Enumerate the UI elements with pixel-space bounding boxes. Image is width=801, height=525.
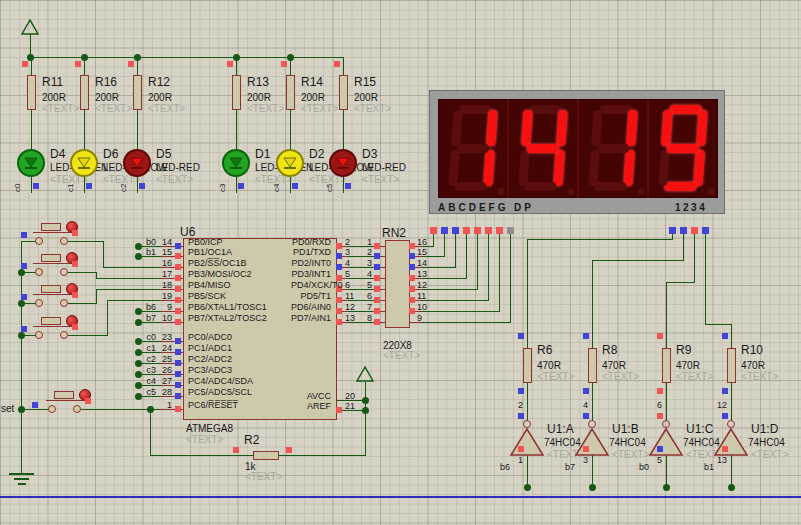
junction-dot: [589, 484, 596, 491]
net-label: b1: [116, 247, 156, 257]
pin-state-square: [227, 61, 233, 67]
pin-state-square: [292, 183, 298, 189]
pin-name: PB6/XTAL1/TOSC1: [188, 302, 267, 312]
wire: [477, 234, 478, 290]
pin-state-square: [374, 297, 380, 303]
digit-segment-g: [667, 144, 700, 153]
pin-state-square: [657, 413, 663, 419]
pin-state-square: [374, 275, 380, 281]
inverter-ref: U1:C: [686, 423, 713, 435]
display-cell-divider: [647, 99, 649, 198]
net-label: c2: [116, 354, 156, 364]
wire: [422, 300, 489, 301]
pin-state-square: [345, 183, 351, 189]
pin-state-square: [409, 264, 415, 270]
resistor-value: 470R: [676, 360, 700, 371]
inverter-placeholder: <TEXT>: [751, 449, 788, 460]
junction-dot: [362, 407, 369, 414]
pin-state-square: [583, 413, 589, 419]
wire: [466, 234, 467, 279]
wire: [666, 333, 667, 349]
push-button-plunger: [41, 223, 61, 231]
wire: [278, 455, 366, 456]
display-cell-divider: [577, 99, 579, 198]
wire: [236, 57, 237, 76]
display-segment-labels: ABCDEFG: [438, 202, 508, 213]
wire: [343, 177, 344, 193]
pin-state-square: [175, 308, 181, 314]
wire: [731, 382, 732, 421]
resistor-value: 470R: [602, 360, 626, 371]
led-ref: D5: [156, 148, 171, 160]
net-label: b7: [565, 462, 575, 472]
wire: [150, 409, 151, 456]
display-cell-divider: [507, 99, 509, 198]
pin-number: 12: [687, 400, 727, 410]
digit-segment-d: [664, 182, 697, 191]
push-button-terminal: [35, 331, 43, 339]
pin-state-square: [722, 446, 728, 452]
led-red-icon: [122, 148, 152, 178]
pin-state-square: [128, 61, 134, 67]
resistor-placeholder: <TEXT>: [741, 371, 778, 382]
resistor-body: [727, 348, 736, 383]
led-ref: D1: [255, 148, 270, 160]
led-green-icon: [221, 148, 251, 178]
digit-segment-f: [591, 110, 603, 146]
resistor-network-ref: RN2: [382, 227, 406, 239]
pin-number: 4: [548, 400, 588, 410]
resistor-placeholder: <TEXT>: [301, 103, 338, 114]
wire: [527, 333, 528, 349]
resistor-body: [27, 75, 36, 110]
resistor-body: [662, 348, 671, 383]
wire: [84, 57, 85, 76]
pin-number: 19: [132, 291, 172, 301]
pin-state-square: [409, 286, 415, 292]
resistor-value: 200R: [301, 92, 325, 103]
pin-name: PB2/S̅S̅/OC1B: [188, 258, 247, 268]
digit-segment-d: [524, 182, 557, 191]
pin-state-square: [175, 406, 181, 412]
pin-state-square: [336, 407, 342, 413]
pin-name: PB0/ICP: [188, 237, 223, 247]
pin-number: 2: [483, 400, 523, 410]
pin-name: PD5/T1: [291, 291, 331, 301]
pin-name: PB5/SCK: [188, 291, 226, 301]
pin-state-square: [518, 388, 524, 394]
pin-state-square: [286, 447, 292, 453]
pin-state-square: [175, 297, 181, 303]
wire: [31, 110, 32, 151]
wire: [683, 234, 684, 261]
pin-name: PC6/R̅E̅S̅E̅T̅: [188, 400, 238, 410]
wire: [21, 241, 36, 242]
pin-state-square: [175, 360, 181, 366]
pin-number: 6: [622, 400, 662, 410]
pin-name: PC5/ADC5/SCL: [188, 387, 252, 397]
push-button-terminal: [35, 268, 43, 276]
pullup-resistor-body: [253, 451, 279, 460]
resistor-body: [588, 348, 597, 383]
digit-segment-g: [527, 144, 560, 153]
wire: [33, 294, 70, 295]
pin-state-square: [374, 253, 380, 259]
resistor-placeholder: <TEXT>: [602, 371, 639, 382]
resistor-value: 200R: [148, 92, 172, 103]
led-ref: D6: [103, 148, 118, 160]
wire: [30, 57, 344, 58]
pin-state-square: [86, 183, 92, 189]
wire: [46, 400, 83, 401]
digit-segment-a: [669, 105, 702, 114]
pin-number: 8: [332, 313, 372, 323]
pin-state-square: [175, 275, 181, 281]
wire: [666, 282, 695, 283]
wire: [68, 303, 97, 304]
pin-name: PB1/OC1A: [188, 247, 232, 257]
resistor-value: 200R: [95, 92, 119, 103]
pin-name: PD2/INT0: [291, 258, 331, 268]
pin-name: PB3/MOSI/OC2: [188, 269, 252, 279]
pin-state-square: [33, 183, 39, 189]
pin-name: PD7/AIN1: [291, 313, 331, 323]
wire: [33, 232, 70, 233]
wire: [21, 409, 49, 410]
net-label: b6: [500, 462, 510, 472]
